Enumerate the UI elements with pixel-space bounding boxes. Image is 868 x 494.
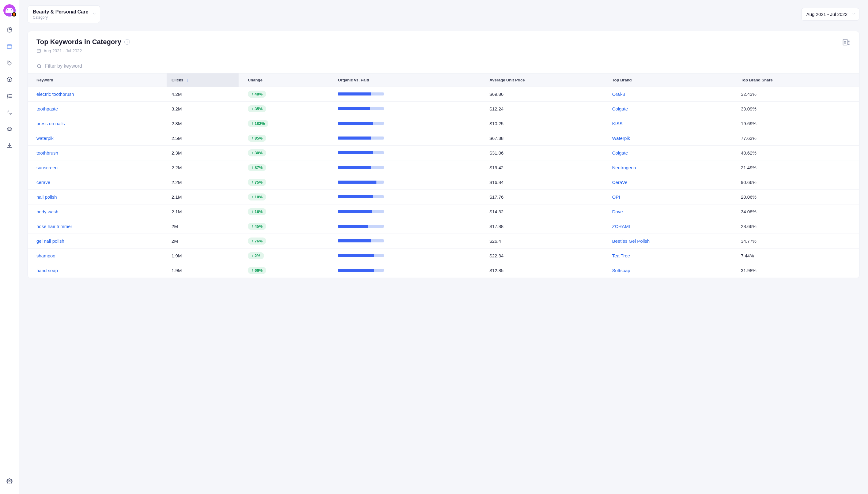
header-clicks[interactable]: Clicks ↓ (167, 73, 239, 87)
clicks-cell: 4.2M (167, 87, 239, 101)
change-pill: ↑ 48% (248, 91, 266, 98)
nav-lists[interactable] (4, 91, 15, 101)
app-logo[interactable] (3, 4, 16, 17)
arrow-up-icon: ↑ (252, 239, 253, 243)
header-share[interactable]: Top Brand Share (736, 73, 859, 87)
header-change[interactable]: Change (239, 73, 333, 87)
change-cell: ↑ 10% (239, 189, 333, 204)
keyword-link[interactable]: cerave (36, 180, 50, 185)
nav-overview[interactable] (4, 24, 15, 36)
change-pill: ↑ 10% (248, 193, 266, 201)
header-keyword[interactable]: Keyword (28, 73, 167, 87)
brand-link[interactable]: ZORAMI (612, 224, 630, 229)
arrow-up-icon: ↑ (252, 92, 253, 96)
svg-rect-0 (7, 45, 12, 49)
arrow-up-icon: ↑ (252, 268, 253, 272)
nav-tags[interactable] (4, 58, 15, 69)
header-price[interactable]: Average Unit Price (484, 73, 607, 87)
table-row: toothbrush 2.3M ↑ 30% $31.06 Colgate 40.… (28, 146, 859, 160)
clicks-cell: 2.5M (167, 131, 239, 146)
category-selector[interactable]: Beauty & Personal Care Category (27, 5, 100, 23)
keywords-table: Keyword Clicks ↓ Change Organic vs. Paid… (28, 73, 859, 278)
search-icon (36, 63, 42, 69)
keyword-link[interactable]: toothbrush (36, 150, 58, 155)
change-pill: ↑ 87% (248, 164, 266, 171)
ovp-cell (333, 233, 484, 248)
price-cell: $67.38 (484, 131, 607, 146)
price-cell: $16.84 (484, 175, 607, 189)
keyword-cell: toothpaste (28, 101, 167, 116)
nav-category[interactable] (4, 41, 15, 52)
change-cell: ↑ 35% (239, 101, 333, 116)
brand-link[interactable]: Softsoap (612, 268, 630, 273)
share-cell: 77.63% (736, 131, 859, 146)
change-cell: ↑ 30% (239, 146, 333, 160)
keyword-cell: press on nails (28, 116, 167, 131)
keyword-link[interactable]: hand soap (36, 268, 58, 273)
change-pill: ↑ 76% (248, 238, 266, 245)
brand-link[interactable]: Oral-B (612, 92, 625, 97)
arrow-up-icon: ↑ (252, 195, 253, 199)
export-excel-button[interactable] (842, 38, 851, 48)
keyword-cell: electric toothbrush (28, 87, 167, 101)
share-cell: 40.62% (736, 146, 859, 160)
nav-overlap[interactable] (4, 124, 15, 135)
brand-link[interactable]: Beetles Gel Polish (612, 239, 650, 244)
ovp-cell (333, 248, 484, 263)
ovp-bar (338, 122, 384, 125)
sort-arrow-icon: ↓ (186, 78, 188, 82)
keyword-cell: nail polish (28, 189, 167, 204)
keyword-link[interactable]: body wash (36, 209, 58, 214)
tag-icon (6, 60, 13, 66)
arrow-up-icon: ↑ (252, 165, 253, 170)
filter-input[interactable] (45, 63, 851, 69)
brand-link[interactable]: OPI (612, 194, 620, 200)
change-cell: ↑ 76% (239, 233, 333, 248)
chevron-down-icon (852, 12, 855, 17)
ovp-bar (338, 195, 384, 198)
brand-link[interactable]: Tea Tree (612, 253, 630, 258)
keyword-link[interactable]: nose hair trimmer (36, 224, 72, 229)
brand-link[interactable]: Colgate (612, 106, 628, 111)
nav-settings[interactable] (4, 476, 15, 487)
brand-link[interactable]: CeraVe (612, 180, 628, 185)
change-pill: ↑ 66% (248, 267, 266, 274)
nav-compare[interactable] (4, 107, 15, 118)
brand-link[interactable]: Neutrogena (612, 165, 636, 170)
keyword-link[interactable]: electric toothbrush (36, 92, 74, 97)
keyword-link[interactable]: waterpik (36, 136, 54, 141)
info-icon[interactable]: i (124, 39, 130, 45)
date-range-selector[interactable]: Aug 2021 - Jul 2022 (801, 8, 860, 21)
keyword-link[interactable]: nail polish (36, 194, 57, 200)
price-cell: $26.4 (484, 233, 607, 248)
chevron-down-icon (92, 12, 96, 17)
keyword-link[interactable]: toothpaste (36, 106, 58, 111)
arrow-up-icon: ↑ (252, 121, 253, 126)
clicks-cell: 2M (167, 233, 239, 248)
keyword-link[interactable]: shampoo (36, 253, 55, 258)
brand-cell: ZORAMI (607, 219, 736, 233)
change-cell: ↑ 45% (239, 219, 333, 233)
nav-export[interactable] (4, 140, 15, 151)
panel-header: Top Keywords in Category i Aug 2021 - Ju… (28, 31, 859, 59)
topbar: Beauty & Personal Care Category Aug 2021… (19, 0, 868, 28)
keyword-link[interactable]: press on nails (36, 121, 65, 126)
header-brand[interactable]: Top Brand (607, 73, 736, 87)
brand-cell: Dove (607, 204, 736, 219)
clicks-cell: 2.8M (167, 116, 239, 131)
brand-link[interactable]: Waterpik (612, 136, 630, 141)
brand-cell: Neutrogena (607, 160, 736, 175)
brand-link[interactable]: KISS (612, 121, 623, 126)
keyword-cell: body wash (28, 204, 167, 219)
brand-link[interactable]: Dove (612, 209, 623, 214)
share-cell: 34.08% (736, 204, 859, 219)
nav-icons (4, 24, 15, 476)
svg-point-7 (8, 480, 10, 482)
keyword-link[interactable]: gel nail polish (36, 239, 64, 244)
nav-products[interactable] (4, 74, 15, 85)
brand-link[interactable]: Colgate (612, 150, 628, 155)
header-ovp[interactable]: Organic vs. Paid (333, 73, 484, 87)
keyword-link[interactable]: sunscreen (36, 165, 58, 170)
share-cell: 31.98% (736, 263, 859, 278)
price-cell: $12.24 (484, 101, 607, 116)
